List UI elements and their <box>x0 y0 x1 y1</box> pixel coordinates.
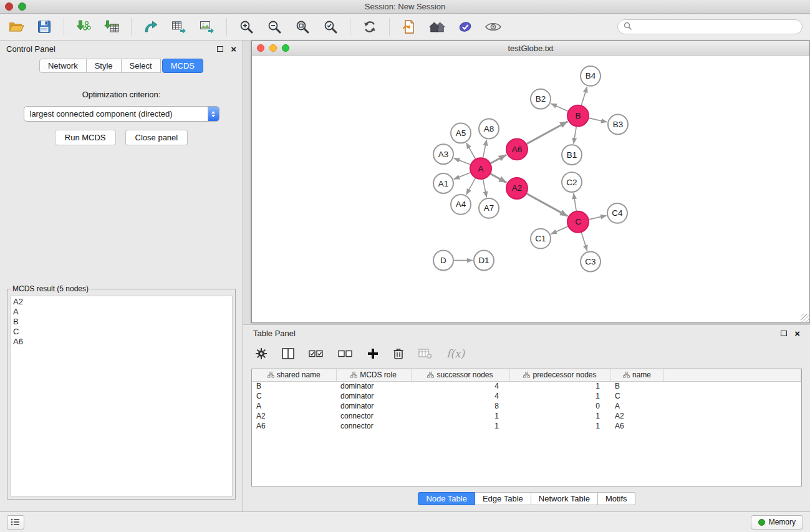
zoom-fit-icon[interactable] <box>294 18 311 36</box>
graph-node-A5[interactable]: A5 <box>451 123 471 143</box>
tab-mcds[interactable]: MCDS <box>162 59 203 73</box>
tab-node-table[interactable]: Node Table <box>418 492 475 505</box>
node-table-container[interactable]: shared nameMCDS rolesuccessor nodesprede… <box>251 369 802 486</box>
save-session-icon[interactable] <box>36 18 53 36</box>
export-network-icon[interactable] <box>142 18 160 36</box>
result-item[interactable]: C <box>13 327 229 337</box>
close-window-button[interactable] <box>5 2 13 11</box>
table-panel-title: Table Panel <box>253 329 296 338</box>
column-header-predecessor-nodes[interactable]: predecessor nodes <box>509 369 610 381</box>
delete-column-trash-icon[interactable] <box>393 346 404 362</box>
function-builder-icon[interactable]: f(x) <box>446 346 465 362</box>
graph-node-B2[interactable]: B2 <box>531 89 551 109</box>
column-header-successor-nodes[interactable]: successor nodes <box>411 369 509 381</box>
tab-select[interactable]: Select <box>122 59 161 73</box>
graph-node-B1[interactable]: B1 <box>562 145 582 165</box>
table-settings-gear-icon[interactable] <box>255 346 268 362</box>
tab-network-table[interactable]: Network Table <box>531 492 598 505</box>
search-field[interactable] <box>617 19 803 34</box>
graph-node-B[interactable]: B <box>567 105 589 127</box>
resize-grip[interactable] <box>801 314 809 322</box>
task-history-button[interactable] <box>7 515 24 530</box>
deselect-all-icon[interactable] <box>338 346 353 362</box>
result-item[interactable]: A <box>13 307 229 317</box>
network-canvas[interactable]: B4B2BB3A5A8A6A3B1AA1C2A2A4A7C4CC1C3DD1 <box>252 56 809 322</box>
close-panel-icon[interactable]: × <box>231 44 236 54</box>
memory-button[interactable]: Memory <box>751 515 803 530</box>
zoom-window-button[interactable] <box>18 2 26 11</box>
graph-node-C1[interactable]: C1 <box>531 229 551 249</box>
close-network-button[interactable] <box>257 44 264 52</box>
graph-node-D1[interactable]: D1 <box>474 251 494 271</box>
graph-node-A[interactable]: A <box>470 158 491 179</box>
tab-style[interactable]: Style <box>87 59 122 73</box>
zoom-out-icon[interactable] <box>266 18 283 36</box>
criterion-select[interactable]: largest connected component (directed) <box>24 106 219 122</box>
graph-node-C[interactable]: C <box>567 211 589 233</box>
graph-node-A6[interactable]: A6 <box>506 138 528 160</box>
zoom-in-icon[interactable] <box>238 18 255 36</box>
import-table-icon[interactable] <box>103 18 120 36</box>
column-header-name[interactable]: name <box>610 369 663 381</box>
result-item[interactable]: A6 <box>13 337 229 347</box>
graph-node-A2[interactable]: A2 <box>506 178 528 199</box>
toolbar-separator <box>64 18 64 36</box>
float-panel-icon[interactable] <box>217 46 223 52</box>
result-item[interactable]: B <box>13 317 229 327</box>
export-image-icon[interactable] <box>198 18 216 36</box>
open-session-icon[interactable] <box>400 18 418 36</box>
delete-table-icon[interactable] <box>418 346 432 362</box>
show-graphics-details-icon[interactable] <box>485 18 502 36</box>
graph-node-C3[interactable]: C3 <box>581 252 600 272</box>
tab-edge-table[interactable]: Edge Table <box>475 492 531 505</box>
graph-node-B3[interactable]: B3 <box>608 115 628 135</box>
graph-node-C4[interactable]: C4 <box>607 203 627 223</box>
minimize-network-button[interactable] <box>269 44 277 52</box>
select-stepper-icon[interactable] <box>208 107 219 121</box>
table-row[interactable]: A6connector11A6 <box>252 421 801 431</box>
home-icon[interactable] <box>428 18 446 36</box>
graph-node-A1[interactable]: A1 <box>433 173 453 193</box>
network-window-titlebar[interactable]: testGlobe.txt <box>252 41 809 56</box>
graph-node-A4[interactable]: A4 <box>451 195 471 215</box>
graph-node-B4[interactable]: B4 <box>581 66 600 86</box>
import-network-icon[interactable] <box>75 18 92 36</box>
run-mcds-button[interactable]: Run MCDS <box>55 130 116 145</box>
svg-text:C4: C4 <box>612 208 623 218</box>
graph-node-A3[interactable]: A3 <box>433 144 453 164</box>
table-row[interactable]: Bdominator41B <box>252 381 801 391</box>
add-column-icon[interactable] <box>367 346 378 362</box>
open-file-icon[interactable] <box>7 18 25 36</box>
svg-text:B: B <box>575 111 581 120</box>
graph-node-A7[interactable]: A7 <box>479 198 499 218</box>
search-input[interactable] <box>635 22 796 32</box>
zoom-network-button[interactable] <box>282 44 289 52</box>
graph-node-A8[interactable]: A8 <box>479 119 499 139</box>
close-panel-button[interactable]: Close panel <box>125 130 188 145</box>
table-row[interactable]: Cdominator41C <box>252 391 801 401</box>
toolbar-separator <box>389 18 390 36</box>
svg-text:A1: A1 <box>438 179 449 188</box>
show-columns-icon[interactable] <box>282 346 294 362</box>
graph-node-C2[interactable]: C2 <box>562 172 582 192</box>
result-item[interactable]: A2 <box>13 297 229 307</box>
tab-motifs[interactable]: Motifs <box>598 492 635 505</box>
column-header-MCDS-role[interactable]: MCDS role <box>336 369 411 381</box>
mcds-result-list[interactable]: A2ABCA6 <box>10 296 233 496</box>
float-table-panel-icon[interactable] <box>781 331 787 336</box>
close-table-panel-icon[interactable]: × <box>794 329 800 338</box>
tab-network[interactable]: Network <box>39 59 87 73</box>
zoom-selected-icon[interactable] <box>322 18 339 36</box>
control-panel: Control Panel × NetworkStyleSelectMCDS O… <box>0 41 243 511</box>
export-table-icon[interactable] <box>170 18 188 36</box>
column-header-shared-name[interactable]: shared name <box>252 369 336 381</box>
apply-style-icon[interactable] <box>456 18 474 36</box>
table-row[interactable]: Adominator80A <box>252 401 801 411</box>
graph-node-D[interactable]: D <box>433 251 453 271</box>
network-graph[interactable]: B4B2BB3A5A8A6A3B1AA1C2A2A4A7C4CC1C3DD1 <box>252 56 809 322</box>
control-panel-title: Control Panel <box>6 44 55 54</box>
select-all-icon[interactable] <box>309 346 324 362</box>
refresh-icon[interactable] <box>361 18 378 36</box>
table-row[interactable]: A2connector11A2 <box>252 411 801 421</box>
control-panel-header: Control Panel × <box>0 41 243 57</box>
